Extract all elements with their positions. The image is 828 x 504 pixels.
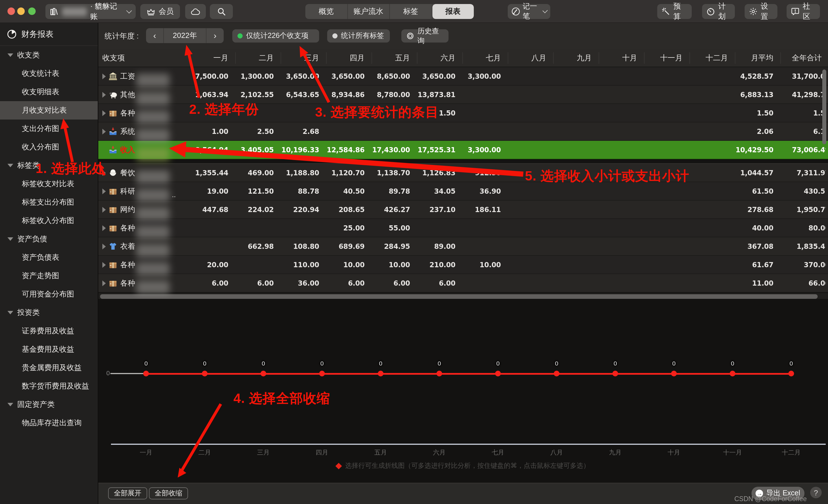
chart-point-六月[interactable] (437, 371, 442, 376)
column-header-五月[interactable]: 五月 (371, 52, 417, 63)
chart-point-二月[interactable] (202, 371, 208, 376)
sidebar-item-证券费用及收益[interactable]: 证券费用及收益 (0, 322, 98, 340)
sidebar-group-固定资产类[interactable]: 固定资产类 (0, 396, 98, 414)
chart-point-十二月[interactable] (788, 371, 794, 376)
table-row-科研[interactable]: 科研..19.00121.5088.7840.5089.7834.0536.90… (98, 182, 828, 200)
table-row-衣着[interactable]: 衣着662.98108.80689.69284.9589.00367.081,8… (98, 237, 828, 256)
column-header-十二月[interactable]: 十二月 (690, 52, 735, 63)
table-row-selected-收入[interactable]: 收入8,564.943,405.0510,196.3312,584.8617,4… (98, 141, 828, 159)
sidebar-item-贵金属费用及收益[interactable]: 贵金属费用及收益 (0, 359, 98, 377)
history-query-button[interactable]: 历史查询 (401, 29, 449, 43)
sidebar-item-物品库存进出查询[interactable]: 物品库存进出查询 (0, 414, 98, 432)
table-row-各种[interactable]: 各种6.006.0036.006.006.006.0011.0066.00 (98, 274, 828, 292)
sidebar-item-基金费用及收益[interactable]: 基金费用及收益 (0, 340, 98, 359)
table-row-网约[interactable]: 网约447.68224.02220.94208.65426.27237.1018… (98, 200, 828, 219)
sidebar-item-收支明细表[interactable]: 收支明细表 (0, 83, 98, 101)
ledger-switcher-button[interactable]: · 貔貅记账 (45, 4, 136, 19)
sidebar-group-资产负债[interactable]: 资产负债 (0, 230, 98, 248)
column-header-二月[interactable]: 二月 (235, 52, 281, 63)
column-header-四月[interactable]: 四月 (326, 52, 371, 63)
table-row-餐饮[interactable]: 餐饮1,355.44469.001,188.801,120.701,138.70… (98, 164, 828, 182)
column-header-六月[interactable]: 六月 (417, 52, 462, 63)
close-window-button[interactable] (7, 7, 15, 15)
column-header-一月[interactable]: 一月 (190, 52, 235, 63)
expand-all-button[interactable]: 全部展开 (108, 487, 147, 499)
community-button[interactable]: 社区 (787, 4, 820, 19)
search-button[interactable] (210, 4, 233, 19)
chart-point-label: 0 (610, 360, 621, 367)
expand-triangle-icon[interactable] (102, 280, 106, 286)
sidebar-item-资产走势图[interactable]: 资产走势图 (0, 267, 98, 285)
sidebar-item-收支统计表[interactable]: 收支统计表 (0, 64, 98, 83)
sidebar-item-收入分布图[interactable]: 收入分布图 (0, 138, 98, 156)
sidebar-item-标签支出分布图[interactable]: 标签支出分布图 (0, 193, 98, 212)
column-header-item[interactable]: 收支项 (98, 53, 190, 63)
quick-add-button[interactable]: 记一笔 (508, 4, 550, 19)
sidebar-item-标签收入分布图[interactable]: 标签收入分布图 (0, 212, 98, 230)
crown-icon (147, 8, 155, 15)
expand-triangle-icon[interactable] (102, 73, 106, 79)
tags-filter-button[interactable]: 统计所有标签 (327, 29, 390, 43)
column-header-全年合计[interactable]: 全年合计 (780, 52, 826, 63)
year-value[interactable]: 2022年 (163, 28, 206, 43)
expand-triangle-icon[interactable] (102, 110, 106, 116)
white-dot-icon (332, 33, 337, 39)
chart-point-十一月[interactable] (730, 371, 736, 376)
tab-overview[interactable]: 概览 (305, 4, 347, 19)
sidebar-item-支出分布图[interactable]: 支出分布图 (0, 120, 98, 138)
expand-triangle-icon[interactable] (102, 262, 106, 268)
collapse-all-button[interactable]: 全部收缩 (149, 487, 188, 499)
tab-tags[interactable]: 标签 (390, 4, 432, 19)
expand-triangle-icon[interactable] (102, 188, 106, 194)
chart-point-九月[interactable] (612, 371, 618, 376)
tab-transactions[interactable]: 账户流水 (347, 4, 390, 19)
chart-point-一月[interactable] (143, 371, 149, 376)
chart-point-三月[interactable] (260, 371, 266, 376)
settings-button[interactable]: 设置 (745, 4, 777, 19)
plan-button[interactable]: 计划 (702, 4, 735, 19)
budget-button[interactable]: 预算 (657, 4, 692, 19)
table-row-系统[interactable]: 系统1.002.502.682.066.18 (98, 123, 828, 141)
cell-二月: 3,405.05 (235, 146, 281, 154)
sidebar-group-投资类[interactable]: 投资类 (0, 304, 98, 322)
zoom-window-button[interactable] (28, 7, 36, 15)
table-row-各种[interactable]: 各种25.0055.0040.0080.00 (98, 219, 828, 237)
cloud-sync-button[interactable] (185, 4, 206, 19)
table-row-工资[interactable]: 工资7,500.001,300.003,650.003,650.008,650.… (98, 67, 828, 86)
help-button[interactable]: ? (810, 487, 822, 498)
column-header-三月[interactable]: 三月 (281, 52, 326, 63)
column-header-七月[interactable]: 七月 (462, 52, 508, 63)
prev-year-button[interactable]: ‹ (146, 28, 163, 43)
expand-triangle-icon[interactable] (102, 243, 106, 249)
minimize-window-button[interactable] (17, 7, 25, 15)
chart-point-七月[interactable] (495, 371, 501, 376)
expand-triangle-icon[interactable] (102, 92, 106, 97)
column-header-十月[interactable]: 十月 (598, 52, 644, 63)
x-tick-十月: 十月 (657, 448, 691, 457)
chart-point-八月[interactable] (554, 371, 560, 376)
cell-三月: 3,650.00 (281, 72, 326, 80)
expand-triangle-icon[interactable] (102, 225, 106, 231)
chart-point-十月[interactable] (671, 371, 677, 376)
sidebar-group-收支类[interactable]: 收支类 (0, 46, 98, 64)
scope-filter-button[interactable]: 仅统计226个收支项 (232, 29, 319, 43)
tab-reports[interactable]: 报表 (432, 4, 474, 19)
vertical-scrollbar[interactable] (822, 68, 827, 338)
column-header-九月[interactable]: 九月 (553, 52, 598, 63)
next-year-button[interactable]: › (206, 28, 224, 43)
chart-point-五月[interactable] (378, 371, 383, 376)
horizontal-scrollbar-thumb[interactable] (100, 294, 818, 299)
vertical-scrollbar-thumb[interactable] (822, 70, 826, 144)
expand-triangle-icon[interactable] (102, 207, 106, 212)
member-button[interactable]: 会员 (140, 4, 180, 19)
expand-triangle-icon[interactable] (102, 129, 106, 134)
sidebar-item-可用资金分布图[interactable]: 可用资金分布图 (0, 285, 98, 304)
column-header-月平均[interactable]: 月平均 (735, 52, 780, 63)
column-header-十一月[interactable]: 十一月 (644, 52, 690, 63)
sidebar-item-资产负债表[interactable]: 资产负债表 (0, 248, 98, 267)
sidebar-item-数字货币费用及收益[interactable]: 数字货币费用及收益 (0, 377, 98, 396)
chart-point-四月[interactable] (319, 371, 325, 376)
column-header-八月[interactable]: 八月 (508, 52, 553, 63)
table-row-各种[interactable]: 各种20.00110.0010.0010.00210.0010.0061.673… (98, 256, 828, 274)
sidebar-item-月收支对比表[interactable]: 月收支对比表 (0, 101, 98, 120)
